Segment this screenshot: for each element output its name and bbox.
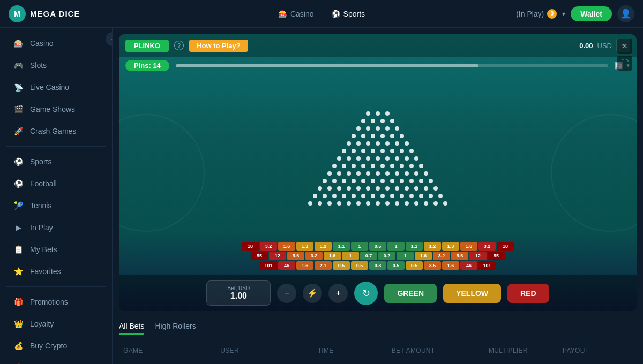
sidebar-item-promotions[interactable]: 🎁 Promotions xyxy=(3,291,109,313)
wallet-button[interactable]: Wallet xyxy=(571,6,612,21)
promotions-icon: 🎁 xyxy=(13,297,24,307)
plinko-tab[interactable]: PLINKO xyxy=(125,40,169,52)
in-play-chevron[interactable]: ▾ xyxy=(562,10,565,18)
mult-cell: 12 xyxy=(469,252,487,260)
mult-cell: 1.3 xyxy=(442,242,459,251)
mult-cell: 55 xyxy=(488,252,505,260)
casino-nav-label: Casino xyxy=(290,10,314,18)
pin xyxy=(443,201,447,206)
pin xyxy=(308,201,312,206)
nav-casino[interactable]: 🎰 Casino xyxy=(271,6,322,21)
pin xyxy=(371,119,375,123)
sidebar-item-crash-games[interactable]: 🚀 Crash Games xyxy=(3,120,109,142)
mult-cell: 3.2 xyxy=(305,252,323,260)
pin xyxy=(366,201,370,206)
pin xyxy=(361,149,365,153)
pins-slider[interactable] xyxy=(176,64,608,67)
game-container: ✕ ⛶ PLINKO ? How to Play? xyxy=(119,34,637,311)
sidebar-item-my-bets[interactable]: 📋 My Bets xyxy=(3,239,109,260)
nav-sports[interactable]: ⚽ Sports xyxy=(324,6,372,21)
col-multiplier: Multiplier xyxy=(489,347,558,354)
bet-amount: 1.00 xyxy=(215,291,261,301)
pin xyxy=(318,186,322,191)
logo[interactable]: M MEGA DICE xyxy=(9,5,80,22)
mult-cell: 5.6 xyxy=(451,252,468,260)
pin xyxy=(323,179,327,183)
pin xyxy=(356,201,361,206)
pin xyxy=(337,201,341,206)
tab-high-rollers[interactable]: High Rollers xyxy=(155,322,196,335)
mult-cell: 1.6 xyxy=(442,261,459,270)
pin xyxy=(405,186,409,191)
sidebar-item-tennis[interactable]: 🎾 Tennis xyxy=(3,195,109,216)
mult-cell: 0.5 xyxy=(333,261,350,270)
sports-nav-label: Sports xyxy=(343,10,365,18)
pin xyxy=(405,141,409,146)
fullscreen-button[interactable]: ⛶ xyxy=(617,56,632,71)
sidebar-item-help[interactable]: ❓ Help xyxy=(3,357,109,364)
pin xyxy=(332,179,337,183)
pin xyxy=(366,156,370,161)
mult-cell: 12 xyxy=(269,252,286,260)
casino-nav-icon: 🎰 xyxy=(278,10,287,18)
pin-row-10 xyxy=(320,179,436,183)
sidebar-item-loyalty[interactable]: 👑 Loyalty xyxy=(3,313,109,335)
sidebar-item-football[interactable]: ⚽ Football xyxy=(3,173,109,194)
mult-cell: 1.6 xyxy=(296,261,313,270)
pin xyxy=(366,111,370,116)
close-button[interactable]: ✕ xyxy=(617,39,632,54)
pin xyxy=(366,141,370,146)
pin xyxy=(424,201,428,206)
pin xyxy=(419,179,423,183)
pin xyxy=(395,141,399,146)
spin-button[interactable]: ↻ xyxy=(354,282,378,305)
sidebar-item-in-play[interactable]: ▶ In Play xyxy=(3,217,109,238)
in-play-badge[interactable]: (In Play) 0 xyxy=(516,9,557,19)
sidebar-item-game-shows[interactable]: 🎬 Game Shows xyxy=(3,98,109,120)
pin xyxy=(390,149,394,153)
bet-plus-button[interactable]: + xyxy=(328,284,348,303)
pin xyxy=(380,194,385,198)
sidebar-loyalty-label: Loyalty xyxy=(30,320,54,328)
pin xyxy=(352,179,356,183)
mult-cell: 0.3 xyxy=(369,261,386,270)
pin xyxy=(414,186,418,191)
pin xyxy=(318,201,322,206)
sidebar-live-casino-label: Live Casino xyxy=(30,83,69,92)
sidebar-item-slots[interactable]: 🎮 Slots xyxy=(3,55,109,76)
sidebar-sports-label: Sports xyxy=(30,157,51,166)
sidebar-item-favorites[interactable]: ⭐ Favorites xyxy=(3,261,109,282)
user-avatar[interactable]: 👤 xyxy=(617,5,634,22)
pin-row-11 xyxy=(315,186,440,191)
how-to-play-button[interactable]: How to Play? xyxy=(189,40,248,52)
mult-cell: 1.6 xyxy=(278,242,295,251)
yellow-button[interactable]: YELLOW xyxy=(443,284,501,303)
pin xyxy=(337,171,341,176)
sidebar-item-buy-crypto[interactable]: 💰 Buy Crypto xyxy=(3,335,109,357)
pin xyxy=(409,179,414,183)
pin xyxy=(366,171,370,176)
bet-minus-button[interactable]: − xyxy=(277,284,296,303)
mult-cell: 1 xyxy=(397,252,414,260)
bet-label: Bet, USD xyxy=(215,285,261,291)
plinko-controls: Bet, USD 1.00 − ⚡ + ↻ GREEN YELLOW RED xyxy=(119,275,637,311)
sidebar-item-live-casino[interactable]: 📡 Live Casino xyxy=(3,77,109,98)
pin-row-9 xyxy=(325,171,431,176)
sidebar-casino-label: Casino xyxy=(30,39,54,48)
sidebar-item-casino[interactable]: 🎰 Casino xyxy=(3,33,109,54)
bet-field: Bet, USD 1.00 xyxy=(206,280,271,306)
pin xyxy=(385,111,390,116)
sidebar-item-sports[interactable]: ⚽ Sports xyxy=(3,151,109,172)
pin xyxy=(323,194,327,198)
pin xyxy=(376,111,380,116)
red-button[interactable]: RED xyxy=(507,284,549,303)
plinko-help[interactable]: ? xyxy=(174,41,184,50)
green-button[interactable]: GREEN xyxy=(384,284,437,303)
pin xyxy=(376,141,380,146)
pin xyxy=(429,179,433,183)
mult-cell: 1.2 xyxy=(424,242,441,251)
pin xyxy=(366,126,370,131)
bet-stack-button[interactable]: ⚡ xyxy=(303,284,322,303)
pin xyxy=(337,186,341,191)
tab-all-bets[interactable]: All Bets xyxy=(119,322,144,335)
